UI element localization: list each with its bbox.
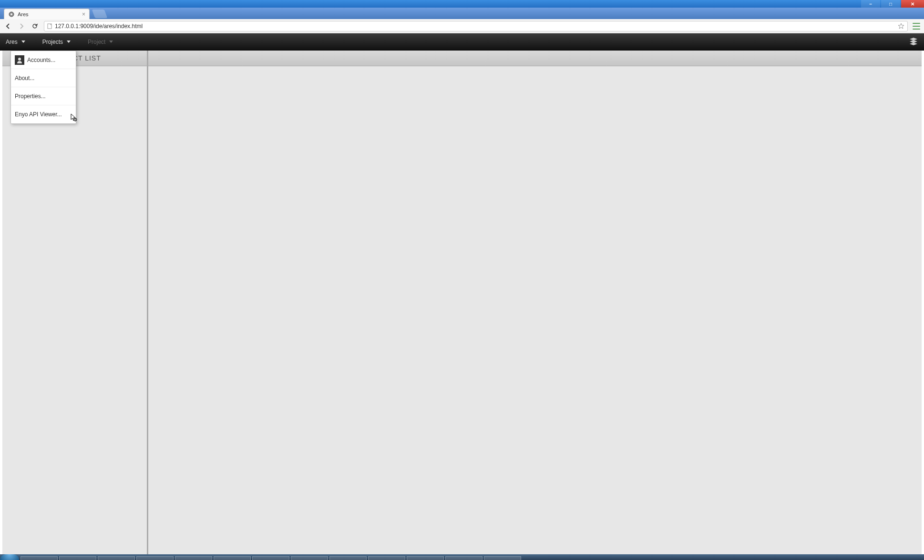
menu-projects-label: Projects <box>42 39 63 45</box>
panels-icon[interactable] <box>909 37 918 47</box>
close-icon: ✕ <box>911 1 914 7</box>
main-header <box>148 51 922 66</box>
chevron-down-icon <box>67 41 71 43</box>
taskbar-item[interactable] <box>98 556 135 560</box>
sidebar: PROJECT LIST <box>2 51 148 554</box>
window-maximize-button[interactable]: □ <box>881 0 900 8</box>
window-close-button[interactable]: ✕ <box>901 0 924 8</box>
browser-toolbar: 127.0.0.1:9009/ide/ares/index.html <box>0 19 924 33</box>
menu-ares[interactable]: Ares <box>6 39 25 45</box>
dropdown-item-enyo-api-viewer[interactable]: Enyo API Viewer... <box>11 105 76 123</box>
new-tab-button[interactable] <box>92 10 108 18</box>
page-icon <box>47 23 52 29</box>
person-icon <box>15 55 24 65</box>
window-minimize-button[interactable]: – <box>861 0 880 8</box>
menu-projects[interactable]: Projects <box>42 39 71 45</box>
taskbar-item[interactable] <box>252 556 289 560</box>
taskbar-item[interactable] <box>445 556 483 560</box>
tab-close-button[interactable]: × <box>82 11 85 18</box>
svg-point-3 <box>18 58 21 61</box>
taskbar-item[interactable] <box>175 556 212 560</box>
taskbar-item[interactable] <box>291 556 328 560</box>
chevron-down-icon <box>109 41 113 43</box>
dropdown-item-properties[interactable]: Properties... <box>11 87 76 105</box>
forward-button[interactable] <box>17 22 26 31</box>
chevron-down-icon <box>21 41 25 43</box>
dropdown-label: Accounts... <box>27 57 55 63</box>
taskbar-item[interactable] <box>214 556 251 560</box>
maximize-icon: □ <box>889 1 892 7</box>
content-area: PROJECT LIST <box>2 51 922 554</box>
main-area <box>148 51 922 554</box>
taskbar-item[interactable] <box>21 556 58 560</box>
address-bar[interactable]: 127.0.0.1:9009/ide/ares/index.html <box>44 21 908 31</box>
browser-tab-active[interactable]: Ares × <box>4 9 90 19</box>
chrome-menu-button[interactable] <box>913 23 920 30</box>
browser-tab-strip: Ares × <box>0 8 924 19</box>
dropdown-item-about[interactable]: About... <box>11 69 76 87</box>
dropdown-label: Enyo API Viewer... <box>15 111 62 118</box>
app-menubar: Ares Projects Project <box>0 33 924 51</box>
start-button[interactable] <box>0 554 19 560</box>
windows-taskbar[interactable] <box>0 554 924 560</box>
taskbar-item[interactable] <box>136 556 174 560</box>
taskbar-item[interactable] <box>59 556 96 560</box>
taskbar-item[interactable] <box>368 556 405 560</box>
menu-project-label: Project <box>88 39 105 45</box>
windows-titlebar: – □ ✕ <box>0 0 924 8</box>
minimize-icon: – <box>869 1 872 7</box>
taskbar-item[interactable] <box>329 556 367 560</box>
ares-dropdown-menu: Accounts... About... Properties... Enyo … <box>10 51 76 124</box>
url-text: 127.0.0.1:9009/ide/ares/index.html <box>55 23 895 30</box>
tab-title: Ares <box>18 11 29 17</box>
reload-button[interactable] <box>31 22 39 31</box>
taskbar-item[interactable] <box>484 556 521 560</box>
dropdown-label: Properties... <box>15 93 46 100</box>
dropdown-item-accounts[interactable]: Accounts... <box>11 51 76 69</box>
bookmark-star-icon[interactable] <box>898 23 904 30</box>
dropdown-label: About... <box>15 75 34 81</box>
favicon-icon <box>8 11 15 18</box>
menu-project: Project <box>88 39 113 45</box>
taskbar-item[interactable] <box>407 556 444 560</box>
menu-ares-label: Ares <box>6 39 18 45</box>
svg-point-1 <box>10 13 12 15</box>
back-button[interactable] <box>4 22 12 31</box>
